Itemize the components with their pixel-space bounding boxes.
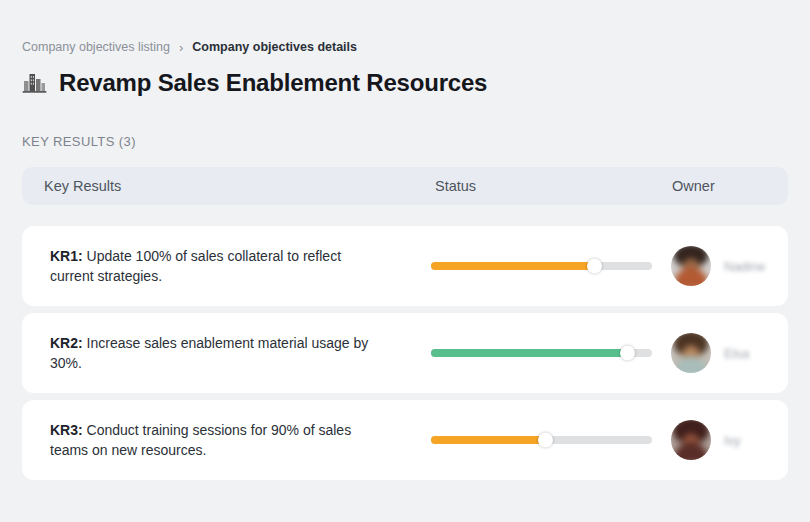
column-header-key-results: Key Results xyxy=(22,178,409,194)
key-results-list: KR1: Update 100% of sales collateral to … xyxy=(22,226,788,480)
kr1-progress-track xyxy=(431,262,652,270)
kr1-status-cell xyxy=(409,262,651,270)
kr1-description: Update 100% of sales collateral to refle… xyxy=(50,248,341,284)
column-header-status: Status xyxy=(409,178,651,194)
breadcrumb-item-listing[interactable]: Company objectives listing xyxy=(22,40,170,54)
kr2-progress-fill xyxy=(431,349,628,357)
kr3-progress-slider-handle[interactable] xyxy=(538,433,553,448)
kr2-description: Increase sales enablement material usage… xyxy=(50,335,368,371)
key-results-count-label: KEY RESULTS (3) xyxy=(22,134,788,149)
kr2-id: KR2: xyxy=(50,335,83,351)
kr1-owner-cell: Nadine xyxy=(651,246,788,286)
kr2-owner-cell: Elsa xyxy=(651,333,788,373)
avatar xyxy=(671,420,711,460)
kr2-text: KR2: Increase sales enablement material … xyxy=(22,333,409,374)
kr3-text: KR3: Conduct training sessions for 90% o… xyxy=(22,420,409,461)
title-row: Revamp Sales Enablement Resources xyxy=(22,69,788,97)
breadcrumb: Company objectives listing › Company obj… xyxy=(22,0,788,54)
avatar xyxy=(671,333,711,373)
breadcrumb-item-details[interactable]: Company objectives details xyxy=(192,40,357,54)
kr3-id: KR3: xyxy=(50,422,83,438)
city-buildings-icon xyxy=(22,71,48,95)
table-row-kr3[interactable]: KR3: Conduct training sessions for 90% o… xyxy=(22,400,788,480)
column-header-owner: Owner xyxy=(651,178,788,194)
kr3-owner-cell: Ivy xyxy=(651,420,788,460)
objective-details-page: Company objectives listing › Company obj… xyxy=(0,0,810,522)
kr1-id: KR1: xyxy=(50,248,83,264)
kr3-progress-fill xyxy=(431,436,546,444)
kr2-progress-track xyxy=(431,349,652,357)
kr1-text: KR1: Update 100% of sales collateral to … xyxy=(22,246,409,287)
table-row-kr1[interactable]: KR1: Update 100% of sales collateral to … xyxy=(22,226,788,306)
chevron-right-icon: › xyxy=(179,41,183,54)
table-header-row: Key Results Status Owner xyxy=(22,167,788,205)
owner-name: Elsa xyxy=(724,346,749,361)
kr3-progress-track xyxy=(431,436,652,444)
kr1-progress-fill xyxy=(431,262,595,270)
avatar xyxy=(671,246,711,286)
kr2-status-cell xyxy=(409,349,651,357)
kr2-progress-slider-handle[interactable] xyxy=(620,346,635,361)
kr3-status-cell xyxy=(409,436,651,444)
kr3-description: Conduct training sessions for 90% of sal… xyxy=(50,422,351,458)
page-title: Revamp Sales Enablement Resources xyxy=(59,69,487,97)
owner-name: Ivy xyxy=(724,433,741,448)
kr1-progress-slider-handle[interactable] xyxy=(587,259,602,274)
owner-name: Nadine xyxy=(724,259,765,274)
table-row-kr2[interactable]: KR2: Increase sales enablement material … xyxy=(22,313,788,393)
